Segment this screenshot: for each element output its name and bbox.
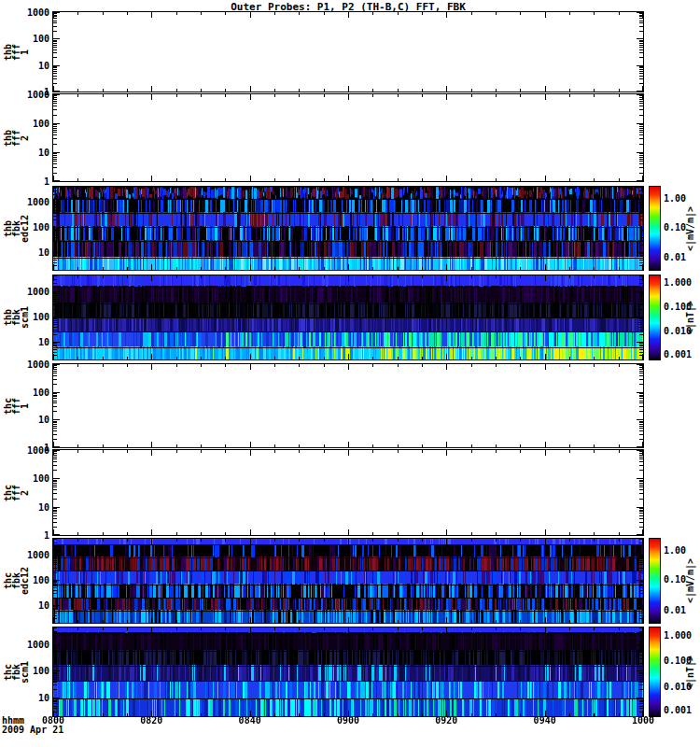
spectrogram-figure: Outer Probes: P1, P2 (TH-B,C) FFT, FBK h… [0, 0, 700, 747]
y-tick-label: 10 [8, 247, 49, 258]
spectrogram-canvas-thb-fbk-scm1 [53, 275, 643, 359]
y-tick-label: 1000 [8, 359, 49, 370]
y-tick-label: 100 [8, 473, 49, 484]
x-tick-label: 1000 [621, 715, 665, 726]
y-tick-label: 100 [8, 311, 49, 321]
y-tick-label: 100 [8, 119, 49, 129]
x-axis-date-label: 2009 Apr 21 [2, 725, 63, 735]
x-tick-label: 0800 [31, 715, 76, 726]
spectrogram-canvas-thb-fbk-edc12 [53, 187, 643, 270]
colorbar-tick-label: 0.10 [664, 574, 686, 585]
colorbar-tick-label: 1.000 [664, 277, 692, 288]
y-axis-label-thc-fff-2: thc fff 2 [4, 484, 29, 500]
panel-thb-fff-1 [52, 11, 644, 92]
panel-thb-fff-2 [52, 93, 644, 182]
panel-thc-fbk-edc12 [52, 538, 644, 624]
y-tick-label: 10 [8, 148, 49, 158]
colorbar-thb-fbk-edc12 [649, 186, 661, 271]
colorbar-tick-label: 0.001 [664, 705, 692, 715]
spectrogram-canvas-thc-fff-2 [53, 450, 643, 535]
y-axis-label-thb-fff-2: thb fff 2 [4, 129, 29, 146]
y-tick-label: 1 [8, 176, 49, 187]
y-tick-label: 1000 [8, 549, 49, 559]
y-tick-label: 1000 [8, 639, 49, 649]
y-tick-label: 100 [8, 34, 49, 44]
x-tick-label: 0900 [326, 715, 371, 726]
spectrogram-canvas-thc-fff-1 [53, 364, 643, 447]
y-tick-label: 100 [8, 574, 49, 585]
y-tick-label: 10 [8, 60, 49, 70]
colorbar-tick-label: 0.10 [664, 221, 686, 232]
x-tick-label: 0920 [424, 715, 469, 726]
colorbar-tick-label: 0.01 [664, 604, 686, 614]
panel-thc-fff-1 [52, 363, 644, 448]
colorbar-tick-label: 1.00 [664, 192, 686, 203]
colorbar-thb-fbk-scm1 [649, 275, 661, 360]
colorbar-unit-label: <|mV/m|> [685, 205, 695, 250]
colorbar-unit-label: <|mV/m|> [685, 558, 695, 603]
y-tick-label: 10 [8, 692, 49, 702]
y-tick-label: 1000 [8, 445, 49, 456]
colorbar-unit-label: <|nT|> [685, 655, 695, 688]
x-tick-label: 0940 [523, 715, 567, 726]
colorbar-unit-label: <|nT|> [685, 301, 695, 334]
y-tick-label: 100 [8, 387, 49, 397]
y-tick-label: 10 [8, 337, 49, 347]
y-tick-label: 1000 [8, 7, 49, 18]
y-tick-label: 1000 [8, 90, 49, 100]
colorbar-tick-label: 1.00 [664, 544, 686, 555]
colorbar-tick-label: 1.000 [664, 629, 692, 640]
y-tick-label: 1000 [8, 286, 49, 296]
spectrogram-canvas-thc-fbk-edc12 [53, 539, 643, 623]
spectrogram-canvas-thc-fbk-scm1 [53, 627, 643, 716]
y-axis-label-thc-fff-1: thc fff 1 [4, 397, 29, 414]
panel-thc-fff-2 [52, 449, 644, 536]
y-tick-label: 10 [8, 600, 49, 611]
panel-thb-fbk-scm1 [52, 275, 644, 360]
y-tick-label: 10 [8, 415, 49, 425]
x-tick-label: 0840 [228, 715, 273, 726]
colorbar-thc-fbk-edc12 [649, 538, 661, 624]
colorbar-thc-fbk-scm1 [649, 627, 661, 717]
y-tick-label: 10 [8, 501, 49, 512]
panel-thb-fbk-edc12 [52, 186, 644, 271]
colorbar-tick-label: 0.001 [664, 348, 692, 359]
y-tick-label: 1000 [8, 197, 49, 207]
y-tick-label: 1 [8, 530, 49, 541]
y-tick-label: 100 [8, 222, 49, 233]
colorbar-tick-label: 0.01 [664, 251, 686, 261]
panel-thc-fbk-scm1 [52, 627, 644, 717]
x-tick-label: 0820 [129, 715, 174, 726]
spectrogram-canvas-thb-fff-1 [53, 12, 643, 92]
y-axis-label-thb-fff-1: thb fff 1 [4, 43, 29, 60]
spectrogram-canvas-thb-fff-2 [53, 94, 643, 181]
y-tick-label: 100 [8, 666, 49, 676]
